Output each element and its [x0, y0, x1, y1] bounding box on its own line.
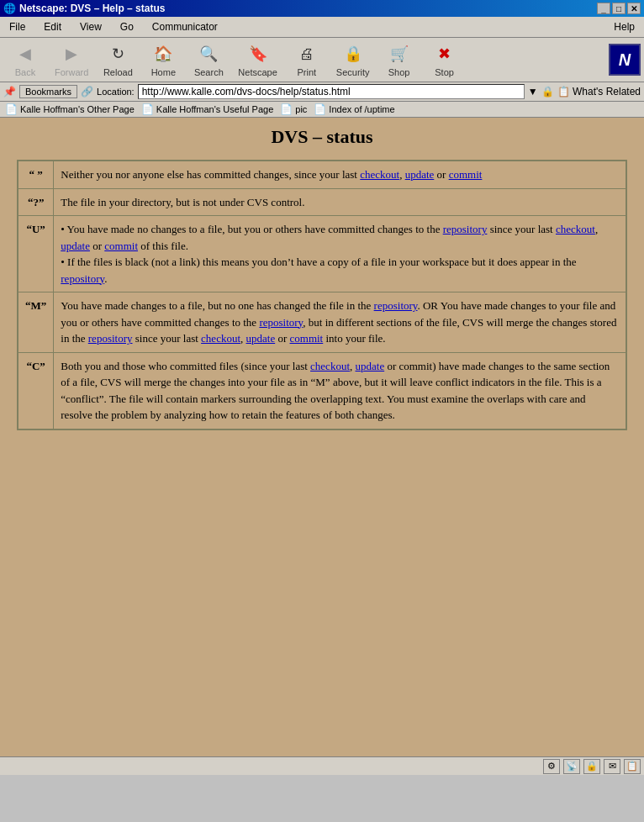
maximize-button[interactable]: □: [612, 3, 626, 14]
personal-link-2[interactable]: 📄 pic: [280, 103, 307, 115]
netscape-button[interactable]: 🔖 Netscape: [232, 40, 282, 80]
location-icon: 🔗: [81, 86, 93, 97]
table-row: “U” • You have made no changes to a file…: [18, 216, 626, 292]
menu-communicator[interactable]: Communicator: [146, 18, 224, 35]
personal-link-icon-2: 📄: [280, 103, 293, 115]
personal-link-icon-3: 📄: [314, 103, 326, 115]
link-update-1[interactable]: update: [405, 168, 435, 181]
link-commit-u[interactable]: commit: [104, 240, 138, 252]
link-commit-1[interactable]: commit: [449, 168, 483, 181]
print-icon: 🖨: [295, 42, 319, 66]
bookmarks-button[interactable]: Bookmarks: [19, 85, 77, 98]
location-label: Location:: [97, 87, 135, 97]
stop-icon: ✖: [433, 42, 457, 66]
forward-button[interactable]: ▶ Forward: [49, 40, 94, 80]
personal-link-0[interactable]: 📄 Kalle Hoffman's Other Page: [5, 103, 135, 115]
statusbar-icon-3[interactable]: 🔒: [583, 759, 600, 774]
stop-label: Stop: [435, 67, 454, 77]
forward-icon: ▶: [60, 42, 83, 66]
main-content: DVS – status “ ” Neither you nor anyone …: [0, 118, 644, 756]
reload-icon: ↻: [106, 42, 129, 66]
menu-go[interactable]: Go: [114, 18, 140, 35]
personal-link-3[interactable]: 📄 Index of /uptime: [314, 103, 394, 115]
home-icon: 🏠: [151, 42, 175, 66]
cert-icon: 🔒: [541, 86, 554, 97]
statusbar-icon-5[interactable]: 📋: [624, 759, 641, 774]
titlebar-title: Netscape: DVS – Help – status: [19, 3, 165, 14]
locationbar: 📌 Bookmarks 🔗 Location: ▼ 🔒 📋 What's Rel…: [0, 82, 644, 102]
link-repository-m1[interactable]: repository: [374, 299, 418, 312]
location-input[interactable]: [138, 84, 525, 99]
link-commit-m[interactable]: commit: [290, 332, 324, 345]
menu-view[interactable]: View: [74, 18, 108, 35]
personal-link-label-0: Kalle Hoffman's Other Page: [20, 104, 135, 114]
search-button[interactable]: 🔍 Search: [187, 40, 230, 80]
reload-label: Reload: [103, 67, 133, 77]
status-code-c: “C”: [18, 352, 54, 429]
menu-help[interactable]: Help: [608, 18, 641, 35]
reload-button[interactable]: ↻ Reload: [96, 40, 140, 80]
menubar: File Edit View Go Communicator Help: [0, 17, 644, 38]
netscape-n-button[interactable]: N: [609, 44, 641, 76]
personal-link-icon-0: 📄: [5, 103, 18, 115]
back-icon: ◀: [13, 42, 37, 66]
shop-icon: 🛒: [388, 42, 411, 66]
link-repository-m2[interactable]: repository: [259, 316, 303, 329]
personal-toolbar: 📄 Kalle Hoffman's Other Page 📄 Kalle Hof…: [0, 102, 644, 118]
link-checkout-m[interactable]: checkout: [201, 332, 240, 345]
whats-related-button[interactable]: 📋 What's Related: [557, 86, 641, 97]
link-update-c[interactable]: update: [356, 360, 385, 372]
table-row: “C” Both you and those who committed fil…: [18, 352, 626, 429]
shop-button[interactable]: 🛒 Shop: [377, 40, 421, 80]
whats-related-label: What's Related: [573, 86, 641, 97]
stop-button[interactable]: ✖ Stop: [423, 40, 467, 80]
search-label: Search: [194, 67, 224, 77]
home-button[interactable]: 🏠 Home: [141, 40, 185, 80]
back-button[interactable]: ◀ Back: [3, 40, 47, 80]
link-checkout-u[interactable]: checkout: [556, 223, 595, 235]
table-row: “ ” Neither you nor anyone else has comm…: [18, 161, 626, 188]
personal-link-label-1: Kalle Hoffman's Useful Page: [156, 104, 273, 114]
dropdown-arrow-icon[interactable]: ▼: [528, 86, 538, 97]
netscape-label: Netscape: [238, 67, 277, 77]
security-label: Security: [336, 67, 370, 77]
location-bookmark-icon: 📌: [3, 86, 16, 97]
titlebar-controls: _ □ ✕: [597, 3, 641, 14]
status-desc-u: • You have made no changes to a file, bu…: [54, 216, 626, 292]
status-desc-c: Both you and those who committed files (…: [54, 352, 626, 429]
personal-link-icon-1: 📄: [141, 103, 154, 115]
link-update-m[interactable]: update: [246, 332, 276, 345]
menu-file[interactable]: File: [3, 18, 31, 35]
close-button[interactable]: ✕: [627, 3, 641, 14]
statusbar: ⚙ 📡 🔒 ✉ 📋: [0, 756, 644, 775]
titlebar-left: 🌐 Netscape: DVS – Help – status: [3, 3, 165, 14]
link-repository-u1[interactable]: repository: [443, 223, 488, 235]
table-row: “?” The file in your directory, but is n…: [18, 188, 626, 216]
menu-edit[interactable]: Edit: [38, 18, 67, 35]
link-repository-u2[interactable]: repository: [61, 272, 104, 285]
minimize-button[interactable]: _: [597, 3, 610, 14]
print-button[interactable]: 🖨 Print: [285, 40, 329, 80]
toolbar: ◀ Back ▶ Forward ↻ Reload 🏠 Home 🔍 Searc…: [0, 38, 644, 82]
link-repository-m3[interactable]: repository: [88, 332, 133, 345]
netscape-icon: 🔖: [246, 42, 270, 66]
home-label: Home: [151, 67, 176, 77]
status-table: “ ” Neither you nor anyone else has comm…: [17, 160, 627, 430]
status-code-question: “?”: [18, 188, 54, 216]
titlebar: 🌐 Netscape: DVS – Help – status _ □ ✕: [0, 0, 644, 17]
statusbar-icon-2[interactable]: 📡: [563, 759, 580, 774]
statusbar-icon-4[interactable]: ✉: [604, 759, 620, 774]
search-icon: 🔍: [197, 42, 220, 66]
personal-link-label-3: Index of /uptime: [329, 104, 394, 114]
statusbar-icon-1[interactable]: ⚙: [543, 759, 560, 774]
security-icon: 🔒: [341, 42, 365, 66]
shop-label: Shop: [388, 67, 410, 77]
print-label: Print: [298, 67, 317, 77]
link-checkout-1[interactable]: checkout: [360, 168, 399, 181]
link-checkout-c[interactable]: checkout: [310, 360, 350, 372]
link-update-u[interactable]: update: [61, 240, 90, 252]
whats-related-icon: 📋: [557, 86, 570, 97]
personal-link-1[interactable]: 📄 Kalle Hoffman's Useful Page: [141, 103, 273, 115]
security-button[interactable]: 🔒 Security: [330, 40, 376, 80]
status-desc-blank: Neither you nor anyone else has committe…: [54, 161, 626, 188]
